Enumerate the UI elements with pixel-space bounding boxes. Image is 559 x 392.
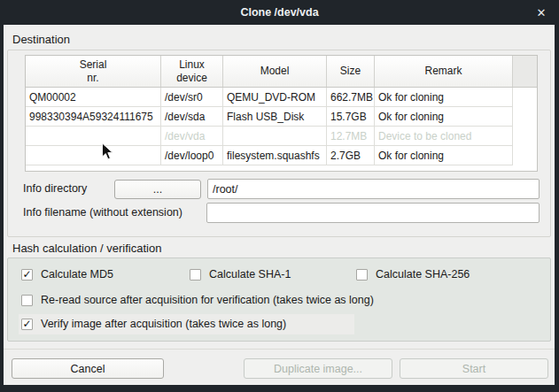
cell-serial (26, 146, 161, 165)
checkbox-label: Verify image after acquisition (takes tw… (41, 318, 286, 330)
cell-model: filesystem.squashfs (223, 146, 327, 165)
column-header-model[interactable]: Model (223, 56, 327, 87)
checkbox-label: Re-read source after acquisition for ver… (41, 294, 374, 306)
cell-remark: Device to be cloned (375, 127, 513, 146)
info-directory-input[interactable] (207, 179, 540, 199)
cell-size: 12.7MB (327, 127, 375, 146)
cell-serial (26, 127, 161, 146)
cell-size: 2.7GB (327, 146, 375, 165)
cell-size: 662.7MB (327, 88, 375, 107)
column-header-linux-device[interactable]: Linux device (161, 56, 223, 87)
table-header-row: Serial nr. Linux device Model Size Remar… (26, 56, 537, 88)
column-header-size[interactable]: Size (327, 56, 375, 87)
checkbox-label: Calculate MD5 (41, 268, 113, 281)
cell-model (223, 127, 327, 146)
browse-directory-button[interactable]: ... (114, 180, 201, 199)
checkbox-calculate-sha1[interactable]: Calculate SHA-1 (190, 267, 291, 281)
window-title: Clone /dev/vda (240, 6, 318, 19)
cancel-button[interactable]: Cancel (12, 358, 164, 379)
destination-device-table: Serial nr. Linux device Model Size Remar… (25, 55, 538, 172)
cell-model: Flash USB_Disk (223, 107, 327, 127)
cell-device: /dev/sr0 (161, 88, 223, 107)
cell-serial: QM00002 (26, 88, 161, 107)
checkbox-calculate-sha256[interactable]: Calculate SHA-256 (356, 267, 470, 281)
cell-remark: Ok for cloning (375, 107, 513, 127)
checkbox-label: Calculate SHA-256 (376, 268, 470, 281)
info-filename-label: Info filename (without extension) (23, 206, 182, 219)
checkbox-checked-icon (21, 269, 33, 281)
info-directory-label: Info directory (23, 182, 87, 195)
checkbox-label: Calculate SHA-1 (209, 268, 291, 281)
checkbox-checked-icon (21, 319, 33, 330)
cell-remark: Ok for cloning (375, 146, 513, 165)
column-header-serial-nr[interactable]: Serial nr. (26, 56, 161, 87)
cell-filler (513, 146, 537, 165)
info-filename-input[interactable] (206, 203, 540, 223)
cell-device: /dev/sda (161, 107, 223, 127)
cell-filler (513, 88, 537, 107)
checkbox-verify-image[interactable]: Verify image after acquisition (takes tw… (21, 317, 286, 331)
table-row-dev-loop0[interactable]: /dev/loop0 filesystem.squashfs 2.7GB Ok … (26, 146, 537, 165)
start-button[interactable]: Start (400, 358, 548, 379)
cell-filler (513, 127, 537, 146)
cell-size: 15.7GB (327, 107, 375, 127)
table-row-dev-vda-source: /dev/vda 12.7MB Device to be cloned (26, 127, 537, 146)
table-row-dev-sda[interactable]: 998330394A59324111675 /dev/sda Flash USB… (26, 107, 537, 127)
column-header-remark[interactable]: Remark (375, 56, 513, 87)
checkbox-unchecked-icon (21, 295, 33, 306)
checkbox-unchecked-icon (190, 269, 201, 281)
cell-filler (513, 107, 537, 127)
button-area-separator (4, 349, 555, 350)
cell-remark: Ok for cloning (375, 88, 513, 107)
checkbox-unchecked-icon (356, 269, 368, 281)
checkbox-calculate-md5[interactable]: Calculate MD5 (21, 267, 113, 281)
close-icon[interactable]: ✕ (532, 0, 551, 25)
checkbox-reread-source[interactable]: Re-read source after acquisition for ver… (21, 293, 374, 307)
cell-serial: 998330394A59324111675 (26, 107, 161, 127)
destination-section-label: Destination (12, 33, 70, 46)
cell-model: QEMU_DVD-ROM (223, 88, 327, 107)
titlebar[interactable]: Clone /dev/vda ✕ (0, 0, 559, 25)
column-header-filler (513, 56, 537, 87)
hash-section-label: Hash calculation / verification (12, 242, 161, 255)
cell-device: /dev/loop0 (161, 146, 223, 165)
clone-dialog-window: Clone /dev/vda ✕ Destination Serial nr. … (0, 0, 559, 392)
cell-device: /dev/vda (161, 127, 223, 146)
duplicate-image-button[interactable]: Duplicate image... (244, 358, 392, 379)
table-row-dev-sr0[interactable]: QM00002 /dev/sr0 QEMU_DVD-ROM 662.7MB Ok… (26, 88, 537, 107)
